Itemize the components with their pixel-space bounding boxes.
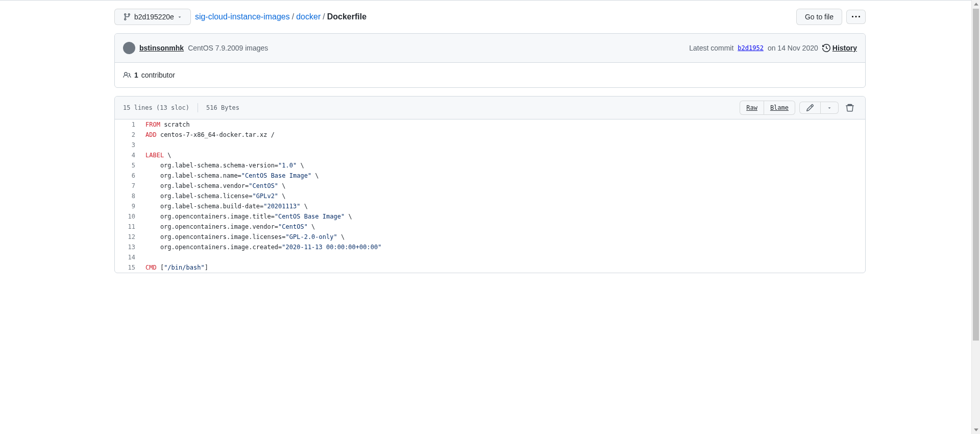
raw-button[interactable]: Raw (740, 101, 764, 115)
file-header-row: b2d195220e sig-cloud-instance-images / d… (114, 9, 866, 25)
more-options-button[interactable] (846, 10, 866, 24)
pencil-icon (806, 104, 814, 112)
line-number[interactable]: 13 (115, 242, 140, 252)
avatar[interactable] (123, 42, 135, 54)
breadcrumb-separator: / (323, 12, 325, 21)
commit-message[interactable]: CentOS 7.9.2009 images (188, 44, 268, 52)
code-line[interactable]: 11 org.opencontainers.image.vendor="Cent… (115, 222, 865, 232)
breadcrumb-repo-link[interactable]: sig-cloud-instance-images (195, 12, 290, 21)
line-number[interactable]: 10 (115, 211, 140, 222)
line-number[interactable]: 14 (115, 252, 140, 262)
code-line[interactable]: 8 org.label-schema.license="GPLv2" \ (115, 191, 865, 201)
git-branch-icon (123, 13, 131, 21)
contributors-row[interactable]: 1 contributor (115, 63, 865, 87)
edit-dropdown-button[interactable] (821, 102, 839, 114)
line-content: org.opencontainers.image.created="2020-1… (140, 242, 381, 252)
file-lines: 15 lines (13 sloc) (123, 104, 189, 111)
line-content: CMD ["/bin/bash"] (140, 262, 208, 273)
line-number[interactable]: 1 (115, 119, 140, 130)
caret-down-icon (827, 105, 832, 110)
line-number[interactable]: 15 (115, 262, 140, 273)
branch-select-button[interactable]: b2d195220e (114, 9, 191, 25)
delete-button[interactable] (843, 101, 857, 115)
history-label: History (832, 44, 857, 52)
commit-date: on 14 Nov 2020 (768, 44, 818, 52)
code-line[interactable]: 13 org.opencontainers.image.created="202… (115, 242, 865, 252)
go-to-file-button[interactable]: Go to file (796, 9, 842, 25)
code-line[interactable]: 4LABEL \ (115, 150, 865, 160)
code-line[interactable]: 1FROM scratch (115, 119, 865, 130)
blame-button[interactable]: Blame (764, 101, 795, 115)
line-number[interactable]: 12 (115, 232, 140, 242)
line-content: LABEL \ (140, 150, 172, 160)
line-number[interactable]: 3 (115, 140, 140, 150)
line-content: org.opencontainers.image.licenses="GPL-2… (140, 232, 345, 242)
breadcrumb-dir-link[interactable]: docker (296, 12, 321, 21)
line-number[interactable]: 2 (115, 130, 140, 140)
breadcrumb: sig-cloud-instance-images / docker / Doc… (195, 12, 366, 21)
line-content: org.label-schema.license="GPLv2" \ (140, 191, 286, 201)
code-line[interactable]: 12 org.opencontainers.image.licenses="GP… (115, 232, 865, 242)
edit-button[interactable] (799, 102, 821, 114)
code-header: 15 lines (13 sloc) 516 Bytes Raw Blame (115, 97, 865, 119)
caret-down-icon (177, 14, 182, 19)
contributors-label: contributor (141, 71, 175, 79)
line-number[interactable]: 8 (115, 191, 140, 201)
line-content: ADD centos-7-x86_64-docker.tar.xz / (140, 130, 275, 140)
line-content: org.opencontainers.image.title="CentOS B… (140, 211, 352, 222)
breadcrumb-separator: / (292, 12, 294, 21)
line-content: org.label-schema.name="CentOS Base Image… (140, 171, 319, 181)
code-line[interactable]: 3 (115, 140, 865, 150)
line-content: org.label-schema.vendor="CentOS" \ (140, 181, 286, 191)
line-number[interactable]: 5 (115, 160, 140, 171)
branch-label: b2d195220e (134, 12, 174, 22)
code-body[interactable]: 1FROM scratch2ADD centos-7-x86_64-docker… (115, 119, 865, 273)
code-line[interactable]: 9 org.label-schema.build-date="20201113"… (115, 201, 865, 211)
commit-sha-link[interactable]: b2d1952 (738, 44, 764, 52)
file-size: 516 Bytes (206, 104, 239, 111)
line-content (140, 140, 145, 150)
history-icon (822, 44, 830, 52)
people-icon (123, 71, 131, 79)
commit-header: bstinsonmhk CentOS 7.9.2009 images Lates… (115, 34, 865, 63)
code-line[interactable]: 7 org.label-schema.vendor="CentOS" \ (115, 181, 865, 191)
line-number[interactable]: 7 (115, 181, 140, 191)
line-content: FROM scratch (140, 119, 190, 130)
line-content (140, 252, 145, 262)
kebab-horizontal-icon (852, 13, 860, 21)
code-line[interactable]: 15CMD ["/bin/bash"] (115, 262, 865, 273)
edit-group (799, 102, 839, 114)
scroll-up-icon[interactable] (973, 2, 979, 7)
code-line[interactable]: 5 org.label-schema.schema-version="1.0" … (115, 160, 865, 171)
line-content: org.label-schema.schema-version="1.0" \ (140, 160, 304, 171)
commit-author-link[interactable]: bstinsonmhk (139, 44, 184, 52)
vertical-scrollbar[interactable] (971, 0, 980, 273)
line-content: org.opencontainers.image.vendor="CentOS"… (140, 222, 315, 232)
code-line[interactable]: 2ADD centos-7-x86_64-docker.tar.xz / (115, 130, 865, 140)
breadcrumb-file: Dockerfile (327, 12, 366, 21)
code-line[interactable]: 6 org.label-schema.name="CentOS Base Ima… (115, 171, 865, 181)
history-link[interactable]: History (822, 44, 857, 52)
line-number[interactable]: 11 (115, 222, 140, 232)
line-number[interactable]: 4 (115, 150, 140, 160)
line-number[interactable]: 9 (115, 201, 140, 211)
code-line[interactable]: 10 org.opencontainers.image.title="CentO… (115, 211, 865, 222)
scrollbar-thumb[interactable] (973, 9, 979, 273)
latest-commit-label: Latest commit (689, 44, 733, 52)
code-box: 15 lines (13 sloc) 516 Bytes Raw Blame (114, 96, 866, 273)
divider (198, 103, 198, 112)
trash-icon (846, 104, 854, 112)
contributors-count: 1 (134, 71, 138, 79)
code-line[interactable]: 14 (115, 252, 865, 262)
line-number[interactable]: 6 (115, 171, 140, 181)
raw-blame-group: Raw Blame (740, 101, 795, 115)
line-content: org.label-schema.build-date="20201113" \ (140, 201, 308, 211)
commit-box: bstinsonmhk CentOS 7.9.2009 images Lates… (114, 33, 866, 88)
